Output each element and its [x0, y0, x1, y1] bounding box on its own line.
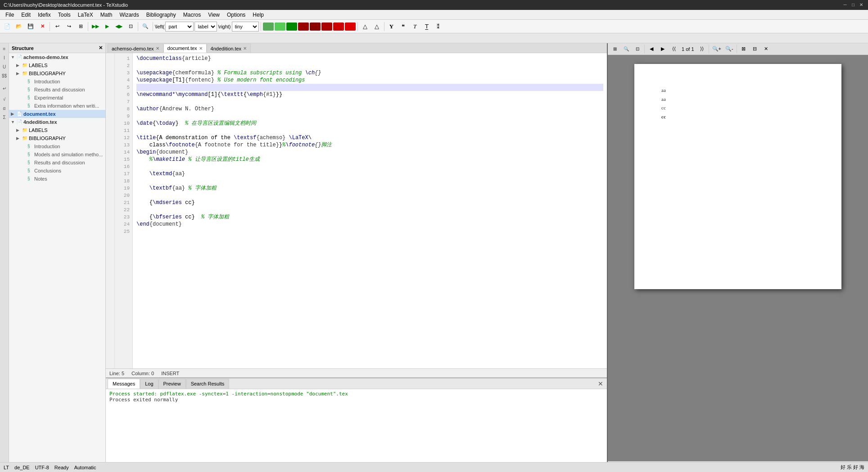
menu-item-edit[interactable]: Edit	[18, 11, 34, 19]
tree-item-15[interactable]: § Notes	[9, 175, 105, 183]
tree-item-1[interactable]: ▶ 📁 LABELS	[9, 61, 105, 69]
menu-item-idefix[interactable]: Idefix	[34, 11, 54, 19]
pdf-last-page[interactable]: ⟩⟩	[696, 44, 707, 54]
redo-button[interactable]: ↪	[63, 21, 74, 32]
tree-label: document.tex	[23, 110, 56, 118]
close-button[interactable]: ✕	[858, 2, 864, 8]
code-editor[interactable]: 1234567891011121314151617181920212223242…	[106, 53, 607, 368]
minimize-button[interactable]: ─	[842, 2, 848, 8]
color-btn-8[interactable]	[345, 23, 356, 31]
tree-item-8[interactable]: ▼ 📄 4ndedition.tex	[9, 118, 105, 126]
math-btn-2[interactable]: △	[371, 21, 382, 32]
tab-close-icon[interactable]: ✕	[243, 46, 247, 51]
tree-item-14[interactable]: § Conclusions	[9, 167, 105, 175]
bottom-tab-preview[interactable]: Preview	[158, 379, 186, 389]
tree-item-0[interactable]: ▼ 📄 achemso-demo.tex	[9, 53, 105, 61]
pdf-first-page[interactable]: ⟨⟨	[669, 44, 679, 54]
node-icon: §	[27, 94, 33, 102]
color-btn-6[interactable]	[321, 23, 332, 31]
tree-item-9[interactable]: ▶ 📁 LABELS	[9, 126, 105, 134]
tree-item-10[interactable]: ▶ 📁 BIBLIOGRAPHY	[9, 134, 105, 142]
tree-item-3[interactable]: § Introduction	[9, 77, 105, 86]
tab-4ndedition-tex[interactable]: 4ndedition.tex✕	[207, 44, 251, 53]
tab-close-icon[interactable]: ✕	[156, 46, 159, 51]
sidebar-icon-6[interactable]: √	[1, 95, 8, 103]
sidebar-icon-2[interactable]: I	[1, 54, 8, 61]
color-btn-2[interactable]	[275, 23, 285, 31]
sidebar-icon-8[interactable]: Σ	[1, 113, 8, 121]
format-quote[interactable]: ❝	[398, 21, 409, 32]
color-btn-7[interactable]	[333, 23, 344, 31]
pdf-copy-btn[interactable]: ⊡	[632, 44, 643, 54]
build-run-button[interactable]: ▶▶	[90, 21, 101, 32]
menu-item-latex[interactable]: LaTeX	[74, 11, 97, 19]
pdf-expand-btn[interactable]: ⊠	[738, 44, 749, 54]
line-number-20: 20	[115, 192, 132, 199]
bottom-panel-close-button[interactable]: ✕	[596, 380, 605, 387]
math-btn-1[interactable]: △	[360, 21, 371, 32]
maximize-button[interactable]: □	[850, 2, 856, 8]
new-file-button[interactable]: 📄	[2, 21, 13, 32]
sidebar-icon-1[interactable]: ≡	[1, 45, 8, 52]
menu-item-options[interactable]: Options	[223, 11, 249, 19]
tab-achemso-demo-tex[interactable]: achemso-demo.tex✕	[108, 44, 163, 53]
tab-close-icon[interactable]: ✕	[199, 46, 203, 51]
format-underline[interactable]: T̲	[421, 21, 432, 32]
open-file-button[interactable]: 📂	[14, 21, 24, 32]
view-button[interactable]: ◀▶	[113, 21, 124, 32]
menu-item-view[interactable]: View	[204, 11, 223, 19]
tree-item-5[interactable]: § Experimental	[9, 94, 105, 102]
color-btn-5[interactable]	[310, 23, 321, 31]
code-line-3: \usepackage{chemformula} % Formula subsc…	[136, 69, 603, 77]
compile-button[interactable]: ▶	[102, 21, 113, 32]
format-italic[interactable]: T	[410, 21, 420, 32]
pdf-zoom-out[interactable]: 🔍-	[723, 44, 735, 54]
label-select[interactable]: label	[194, 22, 217, 32]
undo-button[interactable]: ↩	[52, 21, 63, 32]
tree-item-2[interactable]: ▶ 📁 BIBLIOGRAPHY	[9, 69, 105, 77]
sidebar-icon-4[interactable]: $$	[1, 72, 8, 79]
color-btn-1[interactable]	[263, 23, 274, 31]
pdf-search-btn[interactable]: 🔍	[621, 44, 632, 54]
color-btn-4[interactable]	[298, 23, 309, 31]
menu-item-math[interactable]: Math	[97, 11, 116, 19]
menu-item-file[interactable]: File	[2, 11, 18, 19]
structure-close-icon[interactable]: ✕	[99, 45, 103, 51]
sidebar-icon-5[interactable]: ↵	[1, 85, 8, 92]
size-select[interactable]: tiny small normal large	[232, 22, 259, 32]
pdf-prev-page[interactable]: ◀	[646, 44, 657, 54]
pdf-sync-btn[interactable]: ⊞	[610, 44, 620, 54]
tab-document-tex[interactable]: document.tex✕	[163, 44, 207, 53]
menu-item-help[interactable]: Help	[249, 11, 267, 19]
tree-item-12[interactable]: § Models and simulation metho...	[9, 150, 105, 159]
code-content[interactable]: \documentclass{article} \usepackage{chem…	[133, 53, 607, 368]
part-select[interactable]: part chapter section	[165, 22, 194, 32]
toolbar-sep-2	[88, 22, 88, 31]
format-bold[interactable]: Y	[386, 21, 397, 32]
pdf-close-btn[interactable]: ✕	[761, 44, 772, 54]
bottom-tab-messages[interactable]: Messages	[108, 379, 140, 389]
bottom-tab-search-results[interactable]: Search Results	[186, 379, 230, 389]
format-extra[interactable]: ⁑	[433, 21, 444, 32]
save-all-button[interactable]: ✕	[37, 21, 48, 32]
save-button[interactable]: 💾	[25, 21, 36, 32]
menu-item-tools[interactable]: Tools	[54, 11, 74, 19]
copy-button[interactable]: ⊞	[75, 21, 86, 32]
stop-button[interactable]: ⊡	[125, 21, 136, 32]
search-button[interactable]: 🔍	[140, 21, 151, 32]
tree-item-11[interactable]: § Introduction	[9, 142, 105, 150]
pdf-zoom-in[interactable]: 🔍+	[710, 44, 723, 54]
menu-item-wizards[interactable]: Wizards	[116, 11, 142, 19]
menu-item-bibliography[interactable]: Bibliography	[143, 11, 180, 19]
tree-item-7[interactable]: ▶ 📄 document.tex	[9, 110, 105, 118]
pdf-next-page[interactable]: ▶	[657, 44, 668, 54]
sidebar-icon-3[interactable]: U	[1, 63, 8, 70]
pdf-window-btn[interactable]: ⊟	[750, 44, 760, 54]
tree-item-6[interactable]: § Extra information when writi...	[9, 102, 105, 110]
bottom-tab-log[interactable]: Log	[140, 379, 158, 389]
tree-item-4[interactable]: § Results and discussion	[9, 86, 105, 94]
color-btn-3[interactable]	[286, 23, 297, 31]
tree-item-13[interactable]: § Results and discussion	[9, 159, 105, 167]
menu-item-macros[interactable]: Macros	[180, 11, 204, 19]
sidebar-icon-7[interactable]: α	[1, 104, 8, 112]
